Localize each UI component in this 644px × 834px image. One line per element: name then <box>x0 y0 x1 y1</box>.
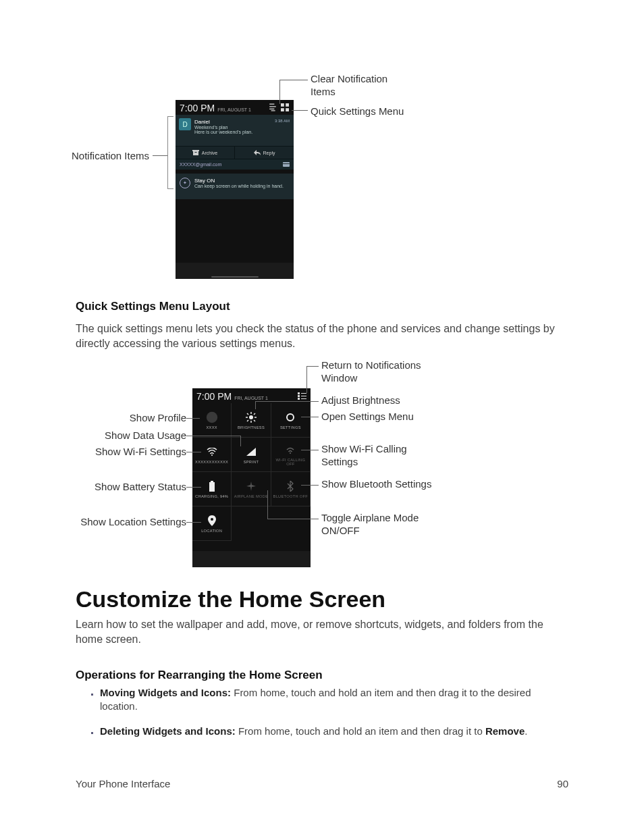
svg-rect-10 <box>301 393 306 394</box>
archive-button[interactable]: Archive <box>176 147 235 159</box>
profile-icon <box>206 411 218 423</box>
tile-label: CHARGING, 94% <box>194 494 230 498</box>
location-icon <box>206 515 218 527</box>
figure-quick-settings: 7:00 PM FRI, AUGUST 1 XXXX <box>192 388 311 567</box>
operations-list: Moving Widgets and Icons: From home, tou… <box>88 686 570 749</box>
stayon-title: Stay ON <box>194 178 290 184</box>
label-show-data: Show Data Usage <box>105 429 186 441</box>
label-wifi-calling: Show Wi-Fi Calling Settings <box>321 443 436 469</box>
svg-rect-13 <box>298 398 300 400</box>
svg-rect-30 <box>209 482 215 492</box>
svg-rect-0 <box>281 103 284 107</box>
signal-icon <box>245 446 257 458</box>
label-bluetooth: Show Bluetooth Settings <box>321 478 436 491</box>
svg-rect-29 <box>211 481 213 482</box>
heading-customize-home: Customize the Home Screen <box>76 586 385 613</box>
tile-settings[interactable]: SETTINGS <box>271 403 311 438</box>
status-date: FRI, AUGUST 1 <box>234 396 268 400</box>
label-clear-notifications: Clear Notification Items <box>311 73 412 99</box>
svg-rect-11 <box>298 395 300 397</box>
svg-rect-8 <box>283 163 290 164</box>
notification-stay-on[interactable]: ✦ Stay ON Can keep screen on while holdi… <box>176 174 294 199</box>
svg-rect-4 <box>192 150 199 151</box>
return-notifications-icon[interactable] <box>297 392 306 401</box>
leader-line <box>153 155 167 156</box>
leader-line <box>255 401 256 409</box>
svg-point-16 <box>249 415 253 419</box>
label-open-settings: Open Settings Menu <box>321 411 414 422</box>
reply-button[interactable]: Reply <box>235 147 294 159</box>
op2-remove: Remove <box>485 725 525 737</box>
leader-line <box>301 450 319 450</box>
leader-line <box>292 110 308 111</box>
clear-notifications-icon[interactable] <box>268 103 277 112</box>
tile-battery[interactable]: CHARGING, 94% <box>192 472 232 506</box>
label-return-notif: Return to Notifications Window <box>321 359 456 385</box>
wifi-calling-icon <box>284 444 296 456</box>
archive-icon <box>192 150 199 155</box>
svg-point-28 <box>290 452 291 454</box>
account-email: XXXXX@gmail.com <box>180 162 221 167</box>
svg-line-24 <box>254 413 255 415</box>
gear-icon <box>284 411 296 423</box>
tile-label: XXXXXXXXXXXX <box>194 460 230 464</box>
notification-email[interactable]: D Daniel Weekend's plan Here is our week… <box>176 115 294 146</box>
tile-profile[interactable]: XXXX <box>192 403 232 438</box>
label-show-location: Show Location Settings <box>80 516 186 527</box>
bracket-icon <box>167 116 173 189</box>
tile-label: LOCATION <box>200 529 223 533</box>
svg-point-26 <box>290 416 292 418</box>
status-time: 7:00 PM <box>180 103 215 113</box>
drag-handle[interactable] <box>211 276 259 278</box>
tile-location[interactable]: LOCATION <box>192 506 232 541</box>
list-item: Deleting Widgets and Icons: From home, t… <box>100 725 570 738</box>
svg-rect-6 <box>194 152 196 153</box>
tile-wifi-calling[interactable]: WI-FI CALLING OFF <box>271 438 311 472</box>
reply-icon <box>254 150 261 155</box>
airplane-icon <box>245 480 257 492</box>
tile-brightness[interactable]: BRIGHTNESS <box>232 403 271 438</box>
svg-point-27 <box>211 454 213 456</box>
svg-rect-9 <box>298 392 300 394</box>
label-airplane: Toggle Airplane Mode ON/OFF <box>321 512 450 538</box>
status-bar: 7:00 PM FRI, AUGUST 1 <box>176 100 294 115</box>
tile-airplane[interactable]: AIRPLANE MODE <box>232 472 271 506</box>
leader-line <box>186 436 240 436</box>
svg-rect-7 <box>283 162 290 167</box>
leader-line <box>279 80 308 80</box>
tile-bluetooth[interactable]: BLUETOOTH OFF <box>271 472 311 506</box>
footer-section-title: Your Phone Interface <box>76 778 170 789</box>
leader-line <box>186 522 201 523</box>
leader-line <box>186 487 201 488</box>
brightness-icon <box>245 411 257 423</box>
card-icon <box>283 162 290 167</box>
tile-label: SPRINT <box>242 460 261 464</box>
svg-rect-3 <box>286 108 289 111</box>
leader-line <box>186 452 201 452</box>
svg-line-23 <box>247 420 248 421</box>
svg-line-21 <box>247 413 248 415</box>
notif-actions: Archive Reply <box>176 146 294 159</box>
notif-time: 3:38 AM <box>275 119 290 123</box>
notif-line2: Here is our weekend's plan. <box>194 130 290 134</box>
tile-label: SETTINGS <box>279 425 302 429</box>
svg-rect-14 <box>301 398 306 399</box>
svg-rect-12 <box>301 396 306 396</box>
label-notification-items: Notification Items <box>72 150 149 161</box>
leader-line <box>267 519 319 519</box>
notif-account-row[interactable]: XXXXX@gmail.com <box>176 159 294 170</box>
svg-line-22 <box>254 420 255 421</box>
tile-label: BLUETOOTH OFF <box>272 494 310 498</box>
tile-data[interactable]: SPRINT <box>232 438 271 472</box>
body-customize: Learn how to set the wallpaper and add, … <box>76 617 570 646</box>
heading-operations: Operations for Rearranging the Home Scre… <box>76 669 323 682</box>
bluetooth-icon <box>284 480 296 492</box>
quick-settings-icon[interactable] <box>280 103 290 112</box>
notif-line1: Weekend's plan <box>194 125 290 130</box>
tile-wifi[interactable]: XXXXXXXXXXXX <box>192 438 232 472</box>
svg-rect-5 <box>193 151 198 155</box>
svg-rect-1 <box>286 103 289 107</box>
archive-label: Archive <box>202 151 217 155</box>
svg-rect-2 <box>281 108 284 111</box>
stay-on-icon: ✦ <box>180 178 190 188</box>
